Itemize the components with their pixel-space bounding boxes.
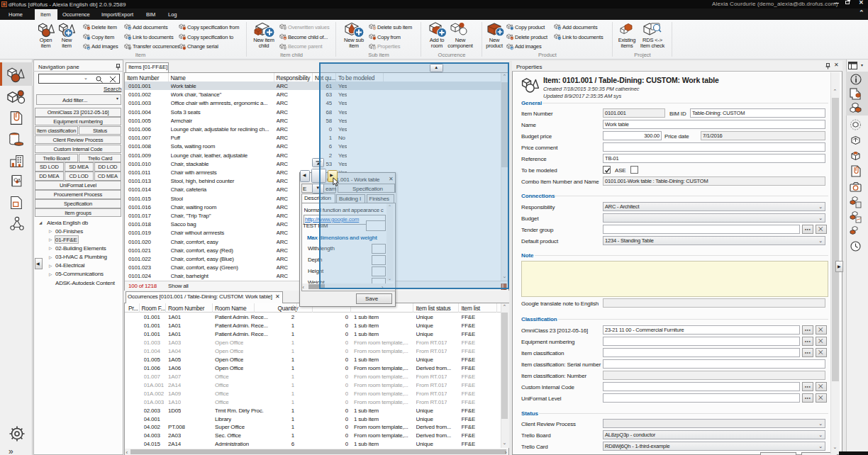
svg-text:+: + xyxy=(558,27,560,30)
svg-text:+: + xyxy=(128,27,130,30)
svg-text:i: i xyxy=(374,46,374,50)
svg-text:+: + xyxy=(284,37,286,40)
svg-text:+: + xyxy=(87,46,89,50)
svg-text:+: + xyxy=(511,46,513,50)
